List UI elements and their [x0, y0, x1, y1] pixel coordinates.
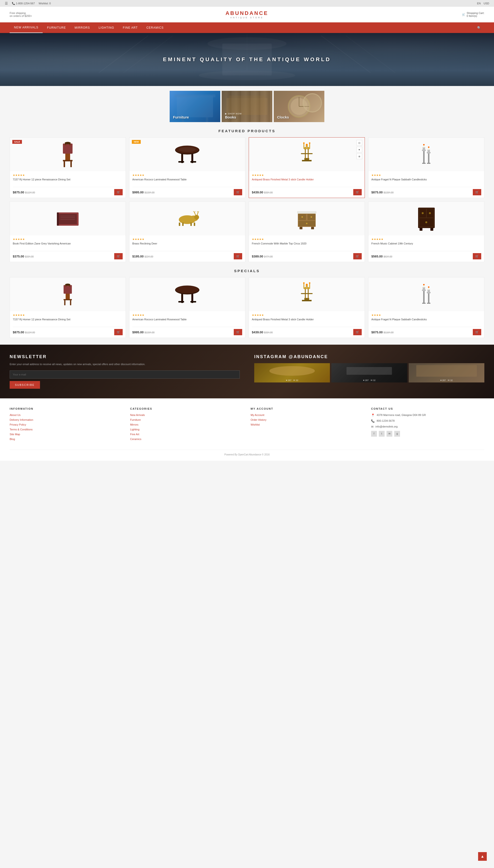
instagram-item-3[interactable]: ♥ 287 ✉ 32 [409, 363, 484, 382]
cart-info[interactable]: 🛒 Shopping Cart: 0 Item(s) [462, 12, 484, 17]
special-candle-illustration [297, 281, 317, 308]
special-card-2[interactable]: ★★★★★ American Rococo Laminated Rosewood… [129, 277, 245, 338]
category-banner-furniture[interactable]: Furniture [170, 91, 220, 122]
add-to-cart-2[interactable]: 🛒 [234, 189, 242, 195]
twitter-icon[interactable]: t [379, 431, 385, 437]
svg-line-70 [197, 213, 198, 215]
footer-link-privacy[interactable]: Privacy Policy [10, 423, 123, 426]
product-name-6: Brass Reclining Deer [132, 242, 242, 249]
instagram-stats-2: ♥ 287 ✉ 32 [331, 379, 407, 381]
product-card-4[interactable]: ★★★★ Antique Fraget N Plaque Sabbath Can… [368, 137, 484, 198]
quickview-btn-3[interactable]: ⊕ [356, 153, 362, 159]
special-table-illustration [174, 285, 201, 304]
product-card-6[interactable]: ★★★★★ Brass Reclining Deer $195.00 $234.… [129, 201, 245, 262]
special-add-to-cart-1[interactable]: 🛒 [114, 329, 123, 335]
footer-link-ceramics[interactable]: Ceramics [130, 438, 243, 440]
product-card-8[interactable]: ★★★★★ French Music Cabinet 19th Century … [368, 201, 484, 262]
menu-icon[interactable]: ☰ [5, 1, 8, 5]
footer-link-my-account[interactable]: My Account [251, 414, 364, 416]
svg-rect-101 [64, 300, 65, 305]
wishlist-btn-3[interactable]: ♥ [356, 147, 362, 153]
logo[interactable]: ABUNDANCE ANTIQUE STORE [226, 10, 268, 19]
svg-rect-75 [179, 222, 180, 226]
footer-link-furniture[interactable]: Furniture [130, 418, 243, 421]
add-to-cart-8[interactable]: 🛒 [473, 253, 481, 259]
top-bar-left: ☰ 📞 1-800-1254-567 Wishlist: 0 [5, 1, 51, 5]
product-stars-1: ★★★★★ [13, 174, 123, 177]
product-info-8: ★★★★★ French Music Cabinet 19th Century … [368, 235, 484, 262]
product-card-3[interactable]: ⊡ ♥ ⊕ ★★★★★ Antiqued Bra [249, 137, 365, 198]
svg-point-42 [303, 142, 305, 144]
nav-item-ceramics[interactable]: CERAMICS [142, 23, 168, 33]
svg-point-45 [306, 144, 308, 146]
special-add-to-cart-4[interactable]: 🛒 [473, 329, 481, 335]
footer-link-mirrors[interactable]: Mirrors [130, 423, 243, 426]
facebook-icon[interactable]: f [371, 431, 377, 437]
footer-link-delivery[interactable]: Delivery Information [10, 418, 123, 421]
add-to-cart-4[interactable]: 🛒 [473, 189, 481, 195]
product-stars-6: ★★★★★ [132, 238, 242, 241]
newsletter-email-input[interactable] [10, 370, 240, 379]
product-info-2: ★★★★★ American Rococo Laminated Rosewood… [129, 171, 245, 198]
product-card-2[interactable]: NEW ★★★★★ American Rococo Laminated Rose… [129, 137, 245, 198]
special-card-4[interactable]: ★★★★ Antique Fraget N Plaque Sabbath Can… [368, 277, 484, 338]
category-banner-books[interactable]: ▶ SHOP NOW Books [222, 91, 272, 122]
product-stars-2: ★★★★★ [132, 174, 242, 177]
google-icon[interactable]: g [394, 431, 400, 437]
product-price-row-1: $875.00 $1134.00 🛒 [13, 187, 123, 195]
nav-item-mirrors[interactable]: MIRRORS [70, 23, 94, 33]
svg-point-86 [306, 223, 307, 224]
product-card-7[interactable]: ★★★★★ French Commode With Marble Top Cir… [249, 201, 365, 262]
special-card-1[interactable]: ★★★★★ 7157 Rj Homer 12 piece Renaissance… [10, 277, 126, 338]
books-shop-now[interactable]: ▶ SHOP NOW [225, 113, 242, 115]
footer-link-sitemap[interactable]: Site Map [10, 433, 123, 436]
footer-link-wishlist[interactable]: Wishlist [251, 423, 364, 426]
special-add-to-cart-2[interactable]: 🛒 [234, 329, 242, 335]
product-name-4: Antique Fraget N Plaque Sabbath Candlest… [371, 178, 481, 185]
instagram-item-2[interactable]: ♥ 287 ✉ 32 [331, 363, 407, 382]
shipping-info: Free shipping on orders of $200+ [10, 12, 32, 17]
category-banner-clocks[interactable]: Clocks [274, 91, 324, 122]
add-to-cart-5[interactable]: 🛒 [114, 253, 123, 259]
product-price-row-3: $439.00 $334.00 🛒 [252, 187, 362, 195]
footer-link-about[interactable]: About Us [10, 414, 123, 416]
svg-rect-128 [423, 291, 424, 303]
svg-rect-13 [229, 96, 265, 115]
special-price-3: $439.00 $334.00 [252, 331, 273, 334]
nav-item-lighting[interactable]: LIGHTING [94, 23, 118, 33]
nav-item-fine-art[interactable]: FINE ART [118, 23, 142, 33]
product-badge-new-2: NEW [132, 140, 141, 144]
nav-item-furniture[interactable]: FURNITURE [43, 23, 70, 33]
product-card-1[interactable]: SALE ★★★★★ 7157 Rj Homer 12 piece Renais… [10, 137, 126, 198]
special-name-1: 7157 Rj Homer 12 piece Renaissance Dinin… [13, 318, 123, 325]
footer-link-new-arrivals[interactable]: New Arrivals [130, 414, 243, 416]
svg-rect-20 [64, 161, 65, 167]
product-card-5[interactable]: ★★★★★ Book First Edition Zane Grey Vanis… [10, 201, 126, 262]
add-to-cart-6[interactable]: 🛒 [234, 253, 242, 259]
add-to-cart-1[interactable]: 🛒 [114, 189, 123, 195]
footer-link-lighting[interactable]: Lighting [130, 428, 243, 431]
special-card-3[interactable]: ★★★★★ Antiqued Brass Finished Metal 3 st… [249, 277, 365, 338]
candle-holder-illustration [297, 141, 317, 167]
subscribe-button[interactable]: SUBSCRIBE [10, 381, 40, 389]
footer-link-terms[interactable]: Terms & Conditions [10, 428, 123, 431]
currency-selector[interactable]: USD [483, 2, 489, 5]
product-info-4: ★★★★ Antique Fraget N Plaque Sabbath Can… [368, 171, 484, 198]
svg-rect-37 [301, 153, 312, 154]
svg-rect-132 [423, 287, 425, 291]
footer-link-blog[interactable]: Blog [10, 438, 123, 440]
footer-link-order-history[interactable]: Order History [251, 418, 364, 421]
email-social-icon[interactable]: ✉ [386, 431, 392, 437]
instagram-item-1[interactable]: ♥ 287 ✉ 32 [254, 363, 330, 382]
product-price-row-4: $875.00 $1334.00 🛒 [371, 187, 481, 195]
nav-item-new-arrivals[interactable]: NEW ARRIVALS [10, 22, 43, 33]
language-selector[interactable]: EN [477, 2, 480, 5]
product-price-2: $995.00 $1334.00 [132, 191, 154, 194]
search-icon[interactable]: 🔍 [474, 23, 484, 33]
special-add-to-cart-3[interactable]: 🛒 [353, 329, 362, 335]
add-to-cart-3[interactable]: 🛒 [353, 189, 362, 195]
svg-rect-34 [302, 160, 311, 161]
add-to-cart-7[interactable]: 🛒 [353, 253, 362, 259]
footer-link-fine-art[interactable]: Fine Art [130, 433, 243, 436]
compare-btn-3[interactable]: ⊡ [356, 140, 362, 146]
